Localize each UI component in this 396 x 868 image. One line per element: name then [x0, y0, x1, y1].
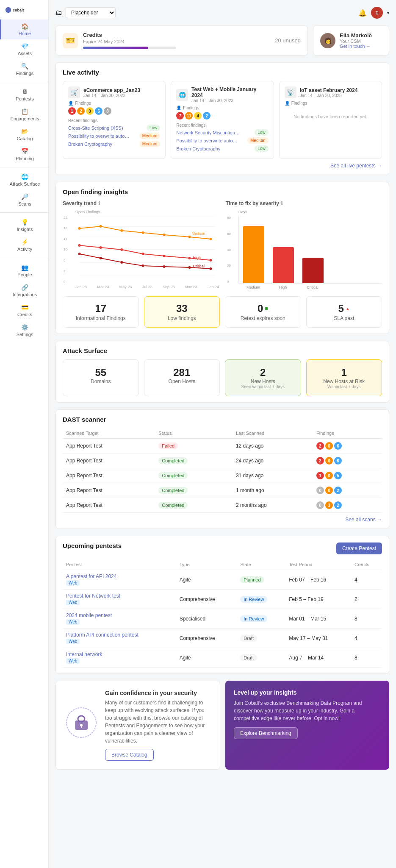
dast-status-4: Completed	[155, 498, 233, 513]
svg-point-20	[163, 255, 166, 257]
attack-sublabel-3: Within last 7 days	[313, 384, 375, 389]
credits-icon: 💳	[21, 304, 28, 311]
svg-point-17	[100, 246, 102, 249]
attack-cards-list: 55 Domains 281 Open Hosts 2 New Hosts Se…	[63, 359, 382, 396]
sidebar-item-settings[interactable]: ⚙️ Settings	[0, 320, 48, 340]
finding-name-1-2[interactable]: Broken Cryptography	[176, 146, 220, 151]
sidebar-item-scans[interactable]: 🔎 Scans	[0, 190, 48, 210]
dot-0-2: 6	[334, 442, 342, 450]
days-axis-label: Days	[238, 210, 382, 214]
notification-icon[interactable]: 🔔	[358, 9, 367, 17]
finding-name-0-0[interactable]: Cross-Site Scripting (XSS)	[68, 125, 123, 131]
svg-point-22	[210, 259, 212, 262]
badge-critical-0: 1	[68, 107, 76, 115]
upcoming-pentest-link-2[interactable]: 2024 mobile pentest	[66, 612, 173, 618]
bar-chart-area: 80 60 40 20 0	[238, 216, 382, 284]
sidebar-label-catalog: Catalog	[17, 136, 33, 141]
svg-point-9	[100, 225, 102, 228]
sidebar-item-home[interactable]: 🏠 Home	[0, 19, 48, 39]
sidebar-item-pentests[interactable]: 🖥 Pentests	[0, 85, 48, 105]
status-badge-4: Completed	[158, 502, 188, 509]
attack-card-domains: 55 Domains	[63, 359, 139, 396]
org-selector[interactable]: Placeholder	[66, 7, 116, 18]
upcoming-pentest-link-4[interactable]: Internal network	[66, 651, 173, 657]
dast-target-4: App Report Test	[63, 498, 155, 513]
upcoming-pentest-link-3[interactable]: Platform API connection pentest	[66, 632, 173, 638]
sidebar-label-settings: Settings	[17, 332, 33, 337]
badge-low-0: 5	[95, 107, 102, 115]
pentest-card-header-2: 📡 IoT asset February 2024 Jan 14 – Jan 3…	[285, 86, 377, 98]
sidebar-label-assets: Assets	[18, 51, 32, 56]
dast-status-2: Completed	[155, 468, 233, 483]
sidebar: cobalt 🏠 Home 💎 Assets 🔍 Findings 🖥 Pent…	[0, 0, 49, 868]
topbar: 🗂 Placeholder 🔔 E ▾	[55, 7, 389, 19]
insights-section-title: Open finding insights	[63, 188, 382, 195]
finding-row-1-0: Network Security Misconfiguration Low	[176, 129, 268, 136]
findings-label-1: 👤 Findings	[176, 106, 268, 110]
upcoming-table: Pentest Type State Test Period Credits A…	[63, 559, 382, 668]
dast-col-findings: Findings	[313, 428, 382, 439]
attack-label-3: New Hosts at Risk	[313, 378, 375, 384]
sidebar-item-attack-surface[interactable]: 🌐 Attack Surface	[0, 170, 48, 190]
insights-banner: Level up your insights Join Cobalt's exc…	[225, 681, 389, 770]
finding-name-0-1[interactable]: Possibility to overwrite automatical...	[68, 134, 132, 139]
svg-point-16	[78, 244, 81, 247]
stat-number-1: 33	[151, 303, 213, 314]
sidebar-item-engagements[interactable]: 📋 Engagements	[0, 105, 48, 125]
upcoming-pentest-link-1[interactable]: Pentest for Network test	[66, 593, 173, 599]
csm-link[interactable]: Get in touch →	[340, 44, 372, 49]
upcoming-pentest-link-0[interactable]: A pentest for API 2024	[66, 573, 173, 579]
finding-name-1-0[interactable]: Network Security Misconfiguration	[176, 130, 240, 135]
sidebar-item-integrations[interactable]: 🔗 Integrations	[0, 281, 48, 300]
upcoming-period-3: May 17 – May 31	[285, 629, 351, 648]
stat-label-1: Low findings	[151, 315, 213, 321]
bar-high-fill	[273, 247, 294, 283]
upcoming-section: Upcoming pentests Create Pentest Pentest…	[55, 536, 389, 674]
state-badge-0: Planned	[240, 576, 264, 583]
credits-unused: 20 unused	[275, 37, 301, 44]
assets-icon: 💎	[21, 43, 28, 50]
dot-4-2: 2	[334, 501, 342, 509]
sidebar-item-findings[interactable]: 🔍 Findings	[0, 59, 48, 79]
create-pentest-button[interactable]: Create Pentest	[336, 542, 382, 554]
findings-dots-4: 032	[316, 501, 379, 509]
pentest-tag-2: Web	[66, 619, 80, 625]
dot-3-1: 0	[325, 487, 333, 494]
sidebar-item-assets[interactable]: 💎 Assets	[0, 39, 48, 59]
explore-benchmarking-button[interactable]: Explore Benchmarking	[234, 727, 298, 739]
dast-scanned-3: 1 month ago	[233, 483, 313, 498]
sidebar-item-people[interactable]: 👥 People	[0, 261, 48, 281]
csm-name: Ella Markoič	[340, 32, 372, 39]
see-all-pentests-link[interactable]: See all live pentests →	[330, 163, 382, 169]
upcoming-state-3: Draft	[237, 629, 285, 648]
finding-name-0-2[interactable]: Broken Cryptography	[68, 142, 112, 147]
upcoming-row-1: Pentest for Network test Web Comprehensi…	[63, 590, 382, 609]
svg-point-13	[188, 236, 191, 238]
finding-name-1-1[interactable]: Possibility to overwrite automatical...	[176, 138, 240, 143]
sidebar-item-planning[interactable]: 📅 Planning	[0, 145, 48, 164]
attack-number-1: 281	[151, 367, 213, 378]
user-avatar[interactable]: E	[371, 7, 383, 19]
dast-target-1: App Report Test	[63, 453, 155, 468]
chevron-down-icon[interactable]: ▾	[387, 11, 389, 15]
see-all-scans-link[interactable]: See all scans →	[345, 517, 382, 523]
badge-high-0: 2	[77, 107, 85, 115]
sidebar-item-insights[interactable]: 💡 Insights	[0, 215, 48, 235]
live-activity-title: Live activity	[63, 69, 382, 76]
recent-findings-label-1: Recent findings	[176, 123, 268, 128]
sidebar-item-activity[interactable]: ⚡ Activity	[0, 235, 48, 255]
badge-medium-0: 0	[86, 107, 94, 115]
attack-card-new-hosts: 2 New Hosts Seen within last 7 days	[225, 359, 301, 396]
severity-chart-wrapper: 22 18 14 10 6 2 0	[75, 216, 219, 285]
sidebar-item-catalog[interactable]: 📂 Catalog	[0, 125, 48, 145]
sidebar-item-credits[interactable]: 💳 Credits	[0, 300, 48, 320]
sidebar-divider-2	[0, 167, 48, 167]
dast-row-1: App Report Test Completed 24 days ago 20…	[63, 453, 382, 468]
attack-number-2: 2	[232, 367, 294, 378]
attack-number-3: 1	[313, 367, 375, 378]
findings-dots-1: 206	[316, 457, 379, 465]
browse-catalog-button[interactable]: Browse Catalog	[105, 749, 154, 761]
upcoming-row-2: 2024 mobile pentest Web Specialised In R…	[63, 609, 382, 629]
x-axis-labels-severity: Jan 23 Mar 23 May 23 Jul 23 Sep 23 Nov 2…	[75, 285, 219, 289]
charts-row: Severity trend ℹ Open Findings 22 18 14 …	[63, 200, 382, 289]
